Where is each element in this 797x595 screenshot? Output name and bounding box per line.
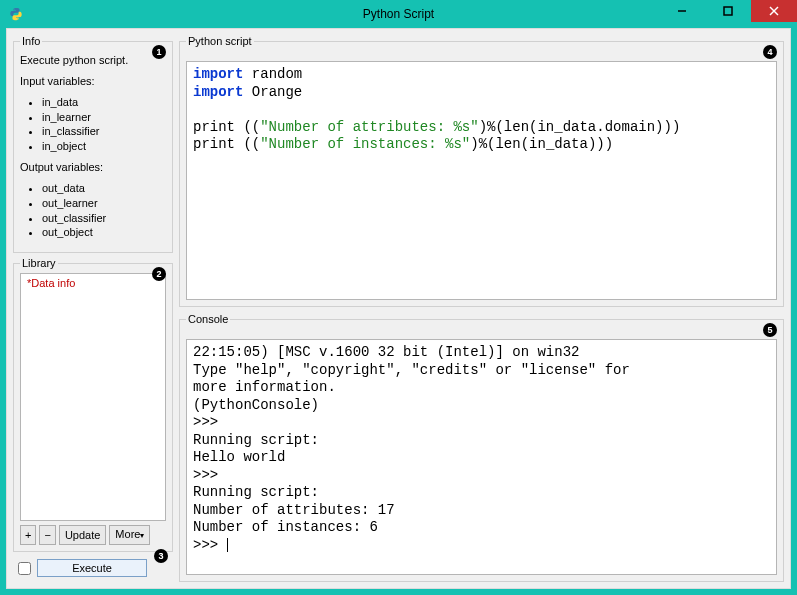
list-item: in_object <box>42 139 166 154</box>
list-item: in_learner <box>42 110 166 125</box>
code-text: random <box>243 66 302 82</box>
string-literal: "Number of attributes: %s" <box>260 119 478 135</box>
console-line: Hello world <box>193 449 285 465</box>
list-item: out_learner <box>42 196 166 211</box>
console-line: >>> <box>193 537 227 553</box>
code-text: )%(len(in_data.domain))) <box>479 119 681 135</box>
library-panel: Library 2 *Data info + − Update More▾ <box>13 257 173 552</box>
input-vars-label: Input variables: <box>20 74 166 89</box>
info-body: Execute python script. Input variables: … <box>20 53 166 240</box>
console-line: >>> <box>193 467 227 483</box>
right-column: Python script 4 import random import Ora… <box>179 35 784 582</box>
console-line: Running script: <box>193 484 319 500</box>
library-item[interactable]: *Data info <box>25 276 161 290</box>
remove-button[interactable]: − <box>39 525 55 545</box>
badge-pyscript: 4 <box>763 45 777 59</box>
code-text: print (( <box>193 119 260 135</box>
python-icon <box>8 6 24 22</box>
console-line: Number of attributes: 17 <box>193 502 395 518</box>
output-vars-list: out_data out_learner out_classifier out_… <box>20 181 166 240</box>
info-description: Execute python script. <box>20 53 166 68</box>
keyword: import <box>193 84 243 100</box>
console-line: (PythonConsole) <box>193 397 319 413</box>
left-column: Info 1 Execute python script. Input vari… <box>13 35 173 582</box>
auto-execute-checkbox[interactable] <box>18 562 31 575</box>
maximize-button[interactable] <box>705 0 751 22</box>
update-button[interactable]: Update <box>59 525 106 545</box>
execute-bar: 3 Execute <box>13 556 173 582</box>
library-legend: Library <box>20 257 58 269</box>
chevron-down-icon: ▾ <box>140 531 144 540</box>
more-button[interactable]: More▾ <box>109 525 150 545</box>
list-item: out_data <box>42 181 166 196</box>
console-line: more information. <box>193 379 336 395</box>
python-script-panel: Python script 4 import random import Ora… <box>179 35 784 307</box>
console-cursor <box>227 538 228 552</box>
library-buttons: + − Update More▾ <box>20 525 166 545</box>
list-item: out_object <box>42 225 166 240</box>
console-line: Type "help", "copyright", "credits" or "… <box>193 362 630 378</box>
string-literal: "Number of instances: %s" <box>260 136 470 152</box>
window-controls <box>659 0 797 22</box>
console-panel: Console 5 22:15:05) [MSC v.1600 32 bit (… <box>179 313 784 582</box>
badge-console: 5 <box>763 323 777 337</box>
titlebar: Python Script <box>0 0 797 28</box>
minimize-button[interactable] <box>659 0 705 22</box>
python-script-legend: Python script <box>186 35 254 47</box>
info-legend: Info <box>20 35 42 47</box>
list-item: in_classifier <box>42 124 166 139</box>
code-text: Orange <box>243 84 302 100</box>
console-output[interactable]: 22:15:05) [MSC v.1600 32 bit (Intel)] on… <box>186 339 777 575</box>
more-button-label: More <box>115 528 140 540</box>
add-button[interactable]: + <box>20 525 36 545</box>
output-vars-label: Output variables: <box>20 160 166 175</box>
info-panel: Info 1 Execute python script. Input vari… <box>13 35 173 253</box>
list-item: out_classifier <box>42 211 166 226</box>
badge-execute: 3 <box>154 549 168 563</box>
code-text: )%(len(in_data))) <box>470 136 613 152</box>
keyword: import <box>193 66 243 82</box>
svg-rect-1 <box>724 7 732 15</box>
code-editor[interactable]: import random import Orange print (("Num… <box>186 61 777 300</box>
code-text: print (( <box>193 136 260 152</box>
console-line: Running script: <box>193 432 319 448</box>
execute-button[interactable]: Execute <box>37 559 147 577</box>
console-line: >>> <box>193 414 227 430</box>
console-line: 22:15:05) [MSC v.1600 32 bit (Intel)] on… <box>193 344 579 360</box>
input-vars-list: in_data in_learner in_classifier in_obje… <box>20 95 166 154</box>
badge-info: 1 <box>152 45 166 59</box>
close-button[interactable] <box>751 0 797 22</box>
library-list[interactable]: *Data info <box>20 273 166 521</box>
console-legend: Console <box>186 313 230 325</box>
list-item: in_data <box>42 95 166 110</box>
console-line: Number of instances: 6 <box>193 519 378 535</box>
client-area: Info 1 Execute python script. Input vari… <box>6 28 791 589</box>
